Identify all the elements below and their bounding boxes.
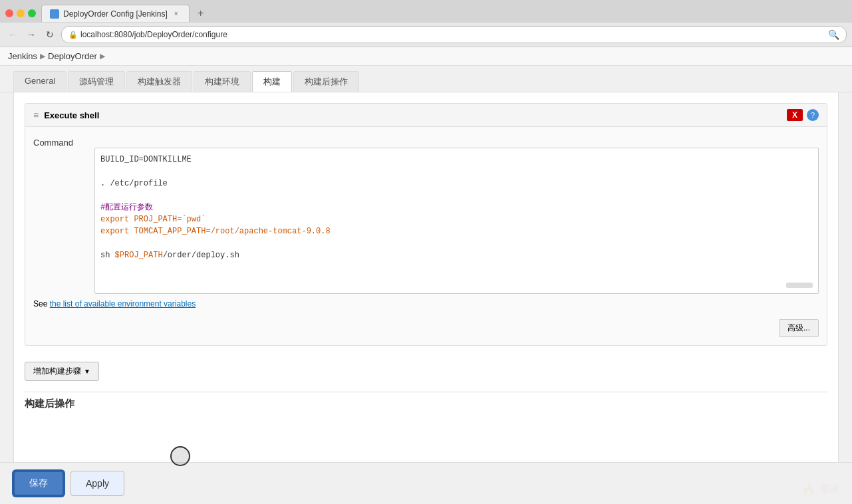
config-tabs: General 源码管理 构建触发器 构建环境 构建 构建后操作 bbox=[0, 66, 852, 92]
dropdown-arrow-icon: ▼ bbox=[84, 368, 90, 375]
execute-shell-label: Execute shell bbox=[44, 110, 99, 120]
code-line-blank3 bbox=[100, 237, 813, 249]
search-icon: 🔍 bbox=[828, 29, 839, 40]
minimize-dot[interactable] bbox=[17, 9, 25, 17]
add-step-row: 增加构建步骤 ▼ bbox=[25, 356, 827, 386]
build-step-title: ≡ Execute shell bbox=[33, 110, 99, 120]
breadcrumb-sep-2: ▶ bbox=[100, 52, 105, 61]
tab-triggers[interactable]: 构建触发器 bbox=[126, 71, 192, 92]
config-panel: ≡ Execute shell X ? Command BUILD_ID=DON… bbox=[13, 92, 839, 503]
refresh-button[interactable]: ↻ bbox=[43, 27, 57, 42]
url-bar[interactable]: 🔒 localhost:8080/job/DeployOrder/configu… bbox=[61, 26, 847, 43]
url-text: localhost:8080/job/DeployOrder/configure bbox=[80, 30, 227, 39]
command-row: Command BUILD_ID=DONTKILLME . /etc/profi… bbox=[25, 127, 827, 156]
build-step-actions: X ? bbox=[787, 109, 819, 121]
scroll-indicator bbox=[786, 283, 813, 288]
tab-bar: DeployOrder Config [Jenkins] × + bbox=[0, 0, 852, 23]
env-link-prefix: See bbox=[33, 299, 50, 309]
browser-chrome: DeployOrder Config [Jenkins] × + ← → ↻ 🔒… bbox=[0, 0, 852, 47]
apply-button[interactable]: Apply bbox=[71, 471, 124, 496]
save-button[interactable]: 保存 bbox=[13, 471, 64, 496]
main-content: General 源码管理 构建触发器 构建环境 构建 构建后操作 ≡ Execu… bbox=[0, 66, 852, 503]
tab-favicon bbox=[50, 9, 59, 19]
close-step-button[interactable]: X bbox=[787, 109, 803, 121]
code-line-2: . /etc/profile bbox=[100, 178, 813, 189]
new-tab-button[interactable]: + bbox=[192, 5, 210, 22]
window-controls bbox=[5, 9, 36, 17]
address-bar: ← → ↻ 🔒 localhost:8080/job/DeployOrder/c… bbox=[0, 23, 852, 47]
maximize-dot[interactable] bbox=[28, 9, 36, 17]
page-content: Jenkins ▶ DeployOrder ▶ General 源码管理 构建触… bbox=[0, 47, 852, 504]
breadcrumb: Jenkins ▶ DeployOrder ▶ bbox=[0, 47, 852, 66]
tab-general[interactable]: General bbox=[13, 71, 67, 92]
breadcrumb-jenkins[interactable]: Jenkins bbox=[8, 51, 37, 61]
breadcrumb-sep-1: ▶ bbox=[40, 52, 45, 61]
command-display: BUILD_ID=DONTKILLME . /etc/profile #配置运行… bbox=[94, 148, 819, 294]
drag-handle-icon: ≡ bbox=[33, 110, 39, 120]
code-line-5: sh $PROJ_PATH/order/deploy.sh bbox=[100, 249, 813, 261]
add-step-button[interactable]: 增加构建步骤 ▼ bbox=[25, 362, 99, 381]
code-line-blank2 bbox=[100, 189, 813, 201]
code-line-comment: #配置运行参数 bbox=[100, 201, 813, 213]
advanced-row: 高级... bbox=[25, 314, 827, 345]
post-build-title: 构建后操作 bbox=[25, 392, 827, 413]
code-line-4: export TOMCAT_APP_PATH=/root/apache-tomc… bbox=[100, 225, 813, 237]
back-button[interactable]: ← bbox=[5, 27, 20, 42]
breadcrumb-deployorder[interactable]: DeployOrder bbox=[48, 51, 97, 61]
bottom-buttons-bar: 保存 Apply bbox=[0, 462, 852, 504]
close-dot[interactable] bbox=[5, 9, 13, 17]
forward-button[interactable]: → bbox=[24, 27, 39, 42]
help-button[interactable]: ? bbox=[807, 109, 819, 121]
env-vars-anchor[interactable]: the list of available environment variab… bbox=[50, 299, 196, 309]
tab-close-btn[interactable]: × bbox=[172, 9, 181, 19]
code-line-blank1 bbox=[100, 166, 813, 178]
tab-build[interactable]: 构建 bbox=[252, 71, 292, 92]
add-step-label: 增加构建步骤 bbox=[33, 366, 81, 377]
tab-env[interactable]: 构建环境 bbox=[194, 71, 251, 92]
command-label: Command bbox=[33, 135, 86, 148]
advanced-button[interactable]: 高级... bbox=[779, 319, 819, 337]
tab-post-build[interactable]: 构建后操作 bbox=[293, 71, 359, 92]
tab-title: DeployOrder Config [Jenkins] bbox=[63, 9, 168, 19]
active-tab[interactable]: DeployOrder Config [Jenkins] × bbox=[41, 5, 190, 22]
lock-icon: 🔒 bbox=[69, 31, 78, 39]
tab-source[interactable]: 源码管理 bbox=[68, 71, 125, 92]
post-build-section: 构建后操作 bbox=[25, 386, 827, 418]
env-vars-link: See the list of available environment va… bbox=[25, 299, 827, 314]
execute-shell-step: ≡ Execute shell X ? Command BUILD_ID=DON… bbox=[25, 103, 827, 346]
build-step-header: ≡ Execute shell X ? bbox=[25, 104, 827, 127]
code-line-3: export PROJ_PATH=`pwd` bbox=[100, 213, 813, 225]
